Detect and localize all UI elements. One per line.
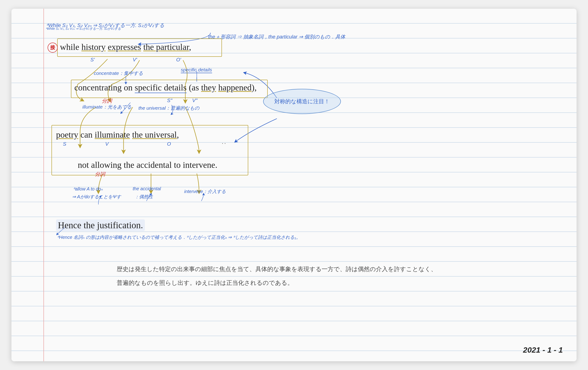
the-accidental-ann: the accidental (133, 186, 161, 191)
sentence3-text: poetry can illuminate the universal, (56, 130, 179, 140)
allow-ann: ᵃallow A to doₙ (73, 186, 103, 192)
margin-line (43, 9, 44, 361)
top-formula: ᵃWhile S₁ V₁, S₂ V₂ₙ ⇒ S₁がV₁する一方. S₂がV₂す… (46, 22, 165, 29)
v-label: V (105, 141, 109, 147)
translation-line2: 普遍的なものを照らし出す。ゆえに詩は正当化されるのである。 (117, 279, 293, 287)
v-prime-label: V' (133, 57, 137, 63)
dots: · · (222, 141, 226, 147)
concentrate-ann: concentrate：集中する (94, 70, 143, 76)
page-number: 2021 - 1 - 1 (523, 346, 563, 354)
s-double-prime: S'' (167, 98, 172, 103)
oval-text: 対称的な構造に注目！ (274, 98, 330, 105)
illuminate-ann: illuminate：光をあてる (82, 104, 132, 110)
sentence1-text: while history expresses the particular, (60, 42, 191, 52)
top-right-ann: the＋形容詞 ⇒ 抽象名詞，the particular ⇒ 個別のもの．具体 (208, 33, 345, 40)
sentence2-text: concentrating on specific details (as th… (74, 82, 257, 92)
o-prime-label: O' (176, 57, 181, 63)
lined-background (11, 9, 577, 361)
oval-annotation: 対称的な構造に注目！ (263, 89, 341, 114)
sentence4-label: 分詞 (95, 171, 105, 178)
hence-ann: ᵃHence 名詞ₙ の形は内容が省略されているので補って考える．ᵃしたがって正… (57, 234, 301, 240)
o-label: O (167, 141, 171, 147)
intervene-ann: intervene：介入する (184, 188, 226, 195)
allow-ann2: ⇒ AがdoすることをΨす (72, 194, 121, 200)
the-universal-ann: the universal：普遍的なもの (138, 105, 199, 111)
translation-line1: 歴史は発生した特定の出来事の細部に焦点を当て、具体的な事象を表現する一方で、詩は… (117, 265, 437, 273)
sentence4-text: not allowing the accidental to intervene… (78, 160, 217, 170)
s-prime-label: S' (90, 57, 95, 63)
specific-details-ann: specific details (181, 67, 212, 73)
the-accidental-ann2: ：偶然性 (135, 194, 153, 200)
study-page: ᵃWhile S₁ V₁, S₂ V₂ₙ ⇒ S₁がV₁する一方. S₂がV₂す… (11, 9, 577, 361)
sentence2-label: 分詞 (102, 98, 112, 104)
annotations-svg: ᵃWhile S₁ V₁, S₂ V₂ₙ ⇒ S₁がV₁する一方. S₂がV₂す… (11, 9, 577, 361)
v-double-prime: V'' (192, 98, 198, 103)
hence-sentence: Hence the justification. (56, 219, 145, 231)
s-label: S (63, 141, 66, 147)
circle-badge: 接 (48, 43, 58, 53)
